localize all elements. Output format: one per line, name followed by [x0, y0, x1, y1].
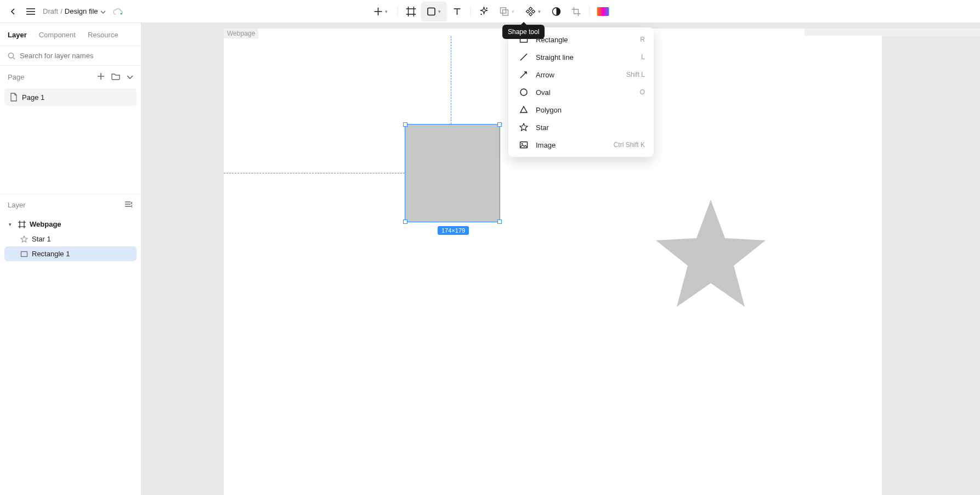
dropdown-item-shortcut: L [641, 53, 645, 61]
sparkle-icon [479, 7, 489, 16]
rectangle-icon [20, 250, 29, 258]
dropdown-item-oval[interactable]: Oval O [508, 83, 654, 101]
dropdown-item-shortcut: O [640, 88, 645, 96]
dropdown-item-polygon[interactable]: Polygon [508, 101, 654, 119]
dropdown-item-label: Arrow [536, 71, 626, 79]
page-collapse-button[interactable] [127, 73, 133, 81]
canvas-ruler-segment [805, 29, 980, 36]
collapse-layers-button[interactable] [124, 201, 133, 209]
dropdown-item-line[interactable]: Straight line L [508, 48, 654, 66]
breadcrumb-sep: / [60, 7, 63, 15]
tab-layer[interactable]: Layer [8, 31, 27, 39]
tab-component[interactable]: Component [39, 31, 76, 39]
mask-icon [551, 7, 561, 16]
image-icon [517, 140, 530, 149]
frame-icon [18, 221, 26, 228]
frame-icon [406, 7, 416, 16]
resize-handle-ne[interactable] [497, 122, 502, 127]
svg-point-11 [9, 53, 14, 58]
svg-rect-4 [501, 8, 506, 13]
svg-rect-9 [520, 142, 528, 148]
layer-row-star[interactable]: Star 1 [4, 232, 137, 246]
mask-tool[interactable] [546, 2, 566, 21]
tab-resource[interactable]: Resource [88, 31, 118, 39]
cloud-sync-icon[interactable] [112, 8, 123, 15]
chevron-down-icon [100, 7, 106, 15]
text-tool[interactable] [447, 2, 467, 21]
dropdown-item-label: Star [536, 123, 645, 132]
boolean-tool[interactable]: ▾ [494, 2, 520, 21]
layer-row-rectangle[interactable]: Rectangle 1 [4, 246, 137, 261]
svg-point-3 [480, 13, 481, 14]
dropdown-item-label: Rectangle [536, 36, 640, 44]
crop-icon [571, 7, 581, 16]
shape-tool-dropdown: Rectangle R Straight line L Arrow Shift … [508, 27, 654, 157]
chevron-down-icon: ▾ [538, 9, 541, 14]
ai-tool[interactable] [474, 2, 494, 21]
dropdown-item-shortcut: Ctrl Shift K [614, 141, 645, 149]
svg-rect-12 [21, 251, 27, 256]
resize-handle-nw[interactable] [403, 122, 407, 127]
breadcrumb[interactable]: Draft / Design file [43, 7, 106, 15]
svg-rect-1 [428, 8, 435, 15]
separator [470, 7, 471, 16]
polygon-icon [517, 105, 530, 114]
page-item-label: Page 1 [22, 93, 44, 102]
smart-guide-vertical [451, 36, 451, 124]
chevron-down-icon: ▾ [438, 9, 441, 14]
dropdown-item-image[interactable]: Image Ctrl Shift K [508, 136, 654, 154]
svg-point-10 [522, 143, 523, 144]
line-icon [517, 53, 530, 61]
dropdown-item-shortcut: Shift L [626, 71, 645, 78]
star-shape[interactable] [650, 200, 771, 310]
svg-point-8 [520, 89, 527, 95]
component-icon [526, 7, 536, 16]
dropdown-item-label: Image [536, 141, 614, 149]
logo-icon [597, 7, 609, 16]
frame-tool[interactable] [401, 2, 421, 21]
page-folder-button[interactable] [111, 72, 120, 82]
separator [397, 7, 398, 16]
sidebar: Layer Component Resource Page Page 1 Lay… [0, 23, 141, 495]
component-tool[interactable]: ▾ [520, 2, 546, 21]
dropdown-item-star[interactable]: Star [508, 119, 654, 136]
boolean-icon [500, 7, 509, 16]
layer-label: Rectangle 1 [32, 250, 70, 258]
search-input[interactable] [20, 52, 133, 60]
layer-label: Star 1 [32, 235, 51, 243]
shape-tool[interactable]: ▾ [421, 2, 447, 21]
chevron-left-icon [10, 8, 16, 15]
menu-button[interactable] [25, 6, 36, 17]
resize-handle-sw[interactable] [403, 220, 407, 224]
add-tool[interactable]: ▾ [367, 2, 394, 21]
svg-point-2 [486, 7, 487, 8]
smart-guide-horizontal [224, 173, 405, 173]
star-icon [20, 235, 29, 243]
artboard-label[interactable]: Webpage [224, 29, 258, 38]
brand-logo[interactable] [593, 2, 613, 21]
hamburger-icon [26, 8, 35, 15]
chevron-down-icon: ▾ [512, 9, 514, 14]
search-icon [8, 52, 15, 60]
arrow-icon [517, 70, 530, 79]
oval-icon [517, 88, 530, 97]
selection-size-badge: 174×179 [438, 226, 469, 235]
breadcrumb-parent: Draft [43, 7, 58, 15]
dropdown-item-label: Oval [536, 88, 640, 97]
layer-row-webpage[interactable]: ▾ Webpage [4, 217, 137, 232]
back-button[interactable] [8, 6, 19, 17]
star-icon [517, 123, 530, 132]
plus-icon [374, 7, 383, 16]
dropdown-item-label: Polygon [536, 106, 645, 114]
dropdown-item-arrow[interactable]: Arrow Shift L [508, 66, 654, 83]
page-item[interactable]: Page 1 [4, 88, 137, 106]
svg-point-0 [120, 13, 122, 14]
layer-section-label: Layer [8, 201, 26, 209]
chevron-down-icon: ▾ [385, 9, 388, 14]
svg-rect-5 [503, 10, 508, 15]
add-page-button[interactable] [97, 72, 105, 82]
shape-tool-tooltip: Shape tool [502, 25, 545, 39]
resize-handle-se[interactable] [497, 220, 502, 224]
selection-rectangle[interactable] [405, 124, 500, 222]
crop-tool[interactable] [566, 2, 586, 21]
